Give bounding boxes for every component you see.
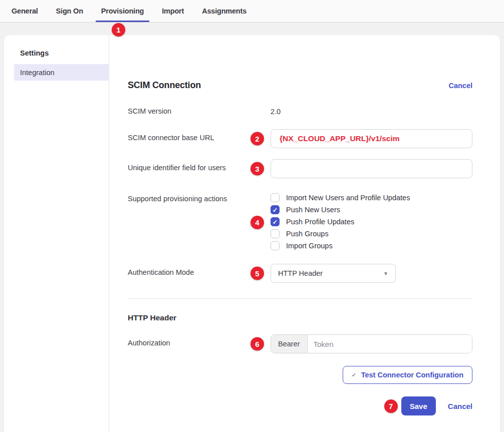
tab-import[interactable]: Import [156, 0, 189, 22]
checkbox-row-push-groups[interactable]: Push Groups [271, 228, 472, 240]
annotation-badge-7: 7 [384, 399, 398, 413]
authentication-mode-label: Authentication Mode [128, 264, 271, 276]
cancel-link-top[interactable]: Cancel [448, 82, 472, 90]
annotation-badge-5: 5 [250, 267, 264, 280]
checkbox-row-import-new-users[interactable]: Import New Users and Profile Updates [271, 192, 472, 204]
tab-sign-on[interactable]: Sign On [51, 0, 89, 22]
authentication-mode-select[interactable]: HTTP Header ▼ [271, 264, 396, 283]
settings-sidebar: Settings Integration [4, 35, 109, 432]
checkbox-label: Push New Users [286, 206, 340, 214]
cancel-link-bottom[interactable]: Cancel [448, 402, 472, 410]
annotation-badge-1: 1 [112, 23, 125, 37]
checkbox-row-import-groups[interactable]: Import Groups [271, 240, 472, 252]
authentication-mode-value: HTTP Header [278, 269, 323, 277]
check-icon: ✓ [352, 371, 357, 378]
checkbox-label: Import New Users and Profile Updates [286, 194, 410, 202]
bearer-prefix: Bearer [271, 335, 308, 353]
scim-version-value: 2.0 [271, 108, 281, 116]
checkbox-push-groups[interactable] [271, 229, 280, 238]
authorization-label: Authorization [128, 334, 271, 347]
test-connector-configuration-label: Test Connector Configuration [361, 371, 463, 379]
provisioning-actions-label: Supported provisioning actions [128, 190, 271, 203]
sidebar-item-label: Integration [20, 69, 55, 77]
token-input[interactable] [308, 335, 472, 353]
tab-assignments[interactable]: Assignments [196, 0, 252, 22]
unique-identifier-input[interactable] [271, 159, 472, 178]
page-title: SCIM Connection [128, 80, 201, 91]
authorization-input-group: Bearer [271, 334, 472, 353]
annotation-badge-4: 4 [250, 216, 264, 229]
checkbox-label: Import Groups [286, 242, 333, 250]
checkbox-import-groups[interactable] [271, 241, 280, 250]
annotation-badge-2: 2 [250, 132, 264, 146]
unique-identifier-label: Unique identifier field for users [128, 159, 271, 172]
base-url-label: SCIM connector base URL [128, 129, 271, 142]
http-header-section-title: HTTP Header [128, 313, 472, 322]
checkbox-push-profile-updates[interactable] [271, 217, 280, 226]
save-button[interactable]: Save [401, 396, 436, 415]
base-url-input[interactable] [271, 129, 472, 148]
checkbox-label: Push Groups [286, 230, 329, 238]
sidebar-heading-settings: Settings [20, 49, 109, 57]
annotation-badge-6: 6 [250, 337, 264, 351]
tab-provisioning[interactable]: Provisioning [96, 0, 149, 22]
settings-card: Settings Integration SCIM Connection Can… [4, 35, 500, 432]
checkbox-row-push-new-users[interactable]: Push New Users [271, 204, 472, 216]
checkbox-push-new-users[interactable] [271, 205, 280, 214]
annotation-badge-3: 3 [250, 162, 264, 176]
checkbox-row-push-profile-updates[interactable]: Push Profile Updates [271, 216, 472, 228]
checkbox-label: Push Profile Updates [286, 218, 354, 226]
chevron-down-icon: ▼ [383, 271, 388, 276]
sidebar-item-integration[interactable]: Integration [14, 64, 109, 81]
tab-general[interactable]: General [6, 0, 44, 22]
scim-connection-form: SCIM Connection Cancel SCIM version 2.0 … [109, 35, 500, 432]
test-connector-configuration-button[interactable]: ✓ Test Connector Configuration [343, 366, 472, 384]
scim-version-label: SCIM version [128, 107, 271, 115]
section-divider [128, 298, 472, 299]
checkbox-import-new-users[interactable] [271, 193, 280, 202]
app-tabbar: General Sign On Provisioning Import Assi… [0, 0, 504, 23]
